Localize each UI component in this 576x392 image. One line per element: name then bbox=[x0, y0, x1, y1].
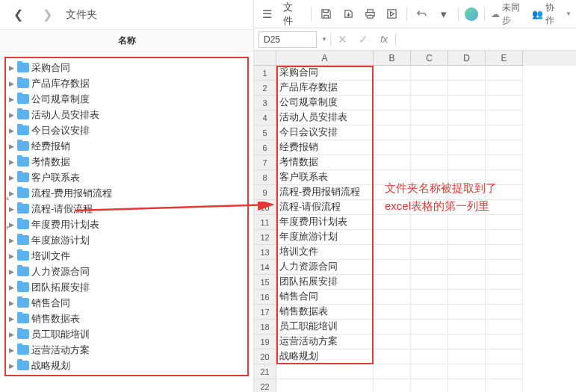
cell[interactable] bbox=[411, 96, 448, 111]
expand-arrow-icon[interactable]: ▶ bbox=[7, 284, 15, 291]
cell[interactable] bbox=[411, 290, 448, 305]
cell[interactable] bbox=[411, 66, 448, 81]
col-header-a[interactable]: A bbox=[276, 51, 374, 66]
cell[interactable] bbox=[486, 364, 523, 379]
row-header[interactable]: 13 bbox=[254, 245, 276, 260]
folder-item[interactable]: ▶人力资源合同 bbox=[7, 264, 244, 279]
row-header[interactable]: 16 bbox=[254, 290, 276, 305]
column-header-name[interactable]: 名称 bbox=[0, 30, 253, 52]
cell[interactable] bbox=[448, 125, 486, 140]
cell[interactable] bbox=[448, 66, 486, 81]
cell[interactable] bbox=[374, 215, 411, 230]
folder-item[interactable]: ▶流程-费用报销流程 bbox=[7, 185, 244, 201]
cell[interactable] bbox=[448, 320, 486, 335]
cell[interactable] bbox=[448, 140, 486, 155]
cell[interactable] bbox=[448, 230, 486, 245]
row-header[interactable]: 10 bbox=[254, 200, 276, 215]
expand-arrow-icon[interactable]: ▶ bbox=[7, 127, 15, 134]
cell[interactable]: 团队拓展安排 bbox=[276, 275, 374, 290]
cell[interactable] bbox=[374, 364, 411, 379]
expand-arrow-icon[interactable]: ▶ bbox=[7, 64, 15, 72]
cell[interactable]: 培训文件 bbox=[276, 245, 374, 260]
cell[interactable] bbox=[411, 275, 448, 290]
select-all-corner[interactable] bbox=[254, 51, 276, 66]
cell[interactable] bbox=[276, 379, 374, 392]
cell[interactable] bbox=[448, 349, 486, 364]
expand-arrow-icon[interactable]: ▶ bbox=[7, 174, 15, 181]
cell[interactable] bbox=[486, 66, 523, 81]
cell[interactable] bbox=[411, 335, 448, 349]
cell[interactable] bbox=[486, 349, 523, 364]
expand-arrow-icon[interactable]: ▶ bbox=[7, 158, 15, 166]
cell[interactable] bbox=[411, 245, 448, 260]
cell[interactable] bbox=[411, 215, 448, 230]
cell[interactable] bbox=[448, 275, 486, 290]
cell[interactable] bbox=[448, 81, 486, 96]
cell[interactable]: 年度费用计划表 bbox=[276, 215, 374, 230]
cell[interactable] bbox=[448, 290, 486, 305]
row-header[interactable]: 14 bbox=[254, 260, 276, 275]
expand-arrow-icon[interactable]: ▶ bbox=[7, 315, 15, 323]
cell[interactable]: 今日会议安排 bbox=[276, 125, 374, 140]
cell[interactable] bbox=[276, 364, 374, 379]
cell[interactable] bbox=[411, 81, 448, 96]
folder-item[interactable]: ▶年度费用计划表 bbox=[7, 217, 244, 232]
redo-dropdown-icon[interactable]: ▾ bbox=[435, 5, 452, 23]
cell[interactable] bbox=[374, 245, 411, 260]
row-header[interactable]: 9 bbox=[254, 185, 276, 200]
row-header[interactable]: 1 bbox=[254, 66, 276, 81]
row-header[interactable]: 18 bbox=[254, 320, 276, 335]
cell[interactable] bbox=[486, 155, 523, 170]
row-header[interactable]: 7 bbox=[254, 155, 276, 170]
cell[interactable]: 销售数据表 bbox=[276, 305, 374, 320]
row-header[interactable]: 21 bbox=[254, 364, 276, 379]
row-header[interactable]: 5 bbox=[254, 125, 276, 140]
cell[interactable]: 年度旅游计划 bbox=[276, 230, 374, 245]
cell[interactable]: 销售合同 bbox=[276, 290, 374, 305]
menu-file[interactable]: 文件 bbox=[280, 1, 305, 28]
expand-arrow-icon[interactable]: ▶ bbox=[7, 299, 15, 307]
cell[interactable] bbox=[486, 290, 523, 305]
cell[interactable] bbox=[374, 96, 411, 111]
cell[interactable] bbox=[374, 230, 411, 245]
cell[interactable] bbox=[486, 320, 523, 335]
cell[interactable] bbox=[374, 66, 411, 81]
cell[interactable] bbox=[486, 305, 523, 320]
forward-button[interactable]: ❯ bbox=[37, 4, 58, 25]
cell[interactable] bbox=[448, 111, 486, 125]
folder-item[interactable]: ▶考情数据 bbox=[7, 154, 244, 169]
cell[interactable] bbox=[374, 305, 411, 320]
folder-item[interactable]: ▶公司规章制度 bbox=[7, 91, 244, 107]
col-header-e[interactable]: E bbox=[486, 51, 523, 66]
cell[interactable]: 经费报销 bbox=[276, 140, 374, 155]
row-header[interactable]: 4 bbox=[254, 111, 276, 125]
row-header[interactable]: 3 bbox=[254, 96, 276, 111]
expand-arrow-icon[interactable]: ▶ bbox=[7, 252, 15, 260]
cell[interactable] bbox=[448, 364, 486, 379]
cell[interactable] bbox=[374, 260, 411, 275]
cell[interactable] bbox=[486, 81, 523, 96]
cell[interactable] bbox=[411, 140, 448, 155]
cell[interactable] bbox=[411, 111, 448, 125]
cell[interactable]: 流程-请假流程 bbox=[276, 200, 374, 215]
cell[interactable] bbox=[374, 290, 411, 305]
row-header[interactable]: 15 bbox=[254, 275, 276, 290]
folder-item[interactable]: ▶战略规划 bbox=[7, 358, 244, 373]
cell-reference-box[interactable]: D25 bbox=[258, 31, 317, 48]
folder-item[interactable]: ▶年度旅游计划 bbox=[7, 232, 244, 248]
cell[interactable] bbox=[411, 125, 448, 140]
folder-item[interactable]: ▶流程-请假流程 bbox=[7, 201, 244, 217]
undo-icon[interactable] bbox=[413, 5, 430, 23]
expand-arrow-icon[interactable]: ▶ bbox=[7, 143, 15, 150]
expand-arrow-icon[interactable]: ▶ bbox=[7, 346, 15, 354]
cell[interactable] bbox=[411, 305, 448, 320]
confirm-icon[interactable]: ✓ bbox=[355, 31, 373, 49]
cell[interactable] bbox=[448, 245, 486, 260]
fx-label[interactable]: fx bbox=[376, 34, 392, 45]
hamburger-icon[interactable]: ☰ bbox=[258, 5, 276, 23]
col-header-d[interactable]: D bbox=[448, 51, 486, 66]
cell[interactable] bbox=[411, 320, 448, 335]
row-header[interactable]: 12 bbox=[254, 230, 276, 245]
cell[interactable] bbox=[486, 379, 523, 392]
cell[interactable] bbox=[411, 260, 448, 275]
